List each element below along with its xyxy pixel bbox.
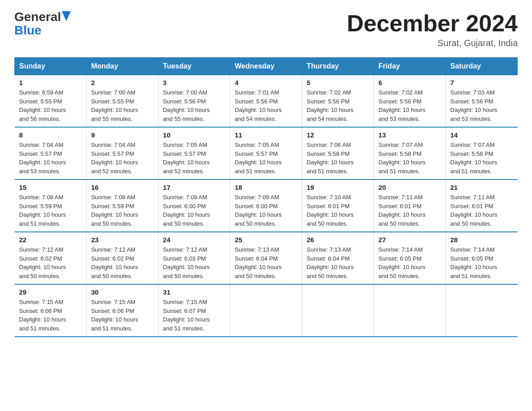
- day-cell: [374, 284, 446, 337]
- header-wednesday: Wednesday: [230, 58, 302, 75]
- day-number: 31: [163, 288, 225, 296]
- calendar-header: SundayMondayTuesdayWednesdayThursdayFrid…: [15, 58, 518, 75]
- day-cell: 31Sunrise: 7:15 AMSunset: 6:07 PMDayligh…: [158, 284, 230, 337]
- day-number: 8: [19, 131, 82, 139]
- day-cell: 11Sunrise: 7:05 AMSunset: 5:57 PMDayligh…: [230, 127, 302, 180]
- subtitle: Surat, Gujarat, India: [347, 38, 518, 48]
- day-cell: 25Sunrise: 7:13 AMSunset: 6:04 PMDayligh…: [230, 232, 302, 284]
- logo-general: General: [14, 11, 61, 23]
- day-cell: 12Sunrise: 7:06 AMSunset: 5:58 PMDayligh…: [302, 127, 373, 180]
- day-cell: 27Sunrise: 7:14 AMSunset: 6:05 PMDayligh…: [374, 232, 446, 284]
- day-info: Sunrise: 7:07 AMSunset: 5:58 PMDaylight:…: [450, 141, 513, 176]
- week-row-5: 29Sunrise: 7:15 AMSunset: 6:06 PMDayligh…: [15, 284, 518, 337]
- day-info: Sunrise: 7:10 AMSunset: 6:01 PMDaylight:…: [307, 193, 369, 228]
- day-cell: 15Sunrise: 7:08 AMSunset: 5:59 PMDayligh…: [15, 180, 86, 232]
- day-info: Sunrise: 7:13 AMSunset: 6:04 PMDaylight:…: [235, 245, 297, 280]
- header-monday: Monday: [86, 58, 158, 75]
- day-info: Sunrise: 7:02 AMSunset: 5:56 PMDaylight:…: [378, 88, 441, 123]
- week-row-1: 1Sunrise: 6:59 AMSunset: 5:55 PMDaylight…: [15, 75, 518, 128]
- logo-blue: Blue: [14, 23, 42, 38]
- day-number: 13: [378, 131, 441, 139]
- day-info: Sunrise: 7:09 AMSunset: 6:00 PMDaylight:…: [163, 193, 225, 228]
- day-info: Sunrise: 7:11 AMSunset: 6:01 PMDaylight:…: [378, 193, 441, 228]
- day-cell: 4Sunrise: 7:01 AMSunset: 5:56 PMDaylight…: [230, 75, 302, 128]
- day-info: Sunrise: 7:13 AMSunset: 6:04 PMDaylight:…: [307, 245, 369, 280]
- main-title: December 2024: [347, 11, 518, 36]
- day-info: Sunrise: 7:12 AMSunset: 6:02 PMDaylight:…: [91, 245, 153, 280]
- header-tuesday: Tuesday: [158, 58, 230, 75]
- day-cell: 1Sunrise: 6:59 AMSunset: 5:55 PMDaylight…: [15, 75, 86, 128]
- header-thursday: Thursday: [302, 58, 373, 75]
- calendar-table: SundayMondayTuesdayWednesdayThursdayFrid…: [14, 57, 518, 337]
- day-cell: 9Sunrise: 7:04 AMSunset: 5:57 PMDaylight…: [86, 127, 158, 180]
- day-number: 17: [163, 184, 225, 191]
- day-cell: 18Sunrise: 7:09 AMSunset: 6:00 PMDayligh…: [230, 180, 302, 232]
- page-header: General Blue December 2024 Surat, Gujara…: [14, 11, 518, 48]
- day-info: Sunrise: 7:11 AMSunset: 6:01 PMDaylight:…: [450, 193, 513, 228]
- day-number: 15: [19, 184, 82, 191]
- day-cell: 30Sunrise: 7:15 AMSunset: 6:06 PMDayligh…: [86, 284, 158, 337]
- day-number: 4: [235, 79, 297, 86]
- day-cell: 19Sunrise: 7:10 AMSunset: 6:01 PMDayligh…: [302, 180, 373, 232]
- day-number: 3: [163, 79, 225, 86]
- day-number: 20: [378, 184, 441, 191]
- week-row-2: 8Sunrise: 7:04 AMSunset: 5:57 PMDaylight…: [15, 127, 518, 180]
- day-cell: 13Sunrise: 7:07 AMSunset: 5:58 PMDayligh…: [374, 127, 446, 180]
- day-cell: 16Sunrise: 7:08 AMSunset: 5:59 PMDayligh…: [86, 180, 158, 232]
- day-cell: 2Sunrise: 7:00 AMSunset: 5:55 PMDaylight…: [86, 75, 158, 128]
- header-sunday: Sunday: [15, 58, 86, 75]
- day-info: Sunrise: 7:15 AMSunset: 6:07 PMDaylight:…: [163, 298, 225, 333]
- day-number: 6: [378, 79, 441, 86]
- day-cell: 28Sunrise: 7:14 AMSunset: 6:05 PMDayligh…: [446, 232, 517, 284]
- day-number: 19: [307, 184, 369, 191]
- day-info: Sunrise: 7:14 AMSunset: 6:05 PMDaylight:…: [378, 245, 441, 280]
- day-cell: 7Sunrise: 7:03 AMSunset: 5:56 PMDaylight…: [446, 75, 517, 128]
- day-info: Sunrise: 7:08 AMSunset: 5:59 PMDaylight:…: [19, 193, 82, 228]
- week-row-3: 15Sunrise: 7:08 AMSunset: 5:59 PMDayligh…: [15, 180, 518, 232]
- day-cell: 3Sunrise: 7:00 AMSunset: 5:56 PMDaylight…: [158, 75, 230, 128]
- day-number: 24: [163, 236, 225, 244]
- week-row-4: 22Sunrise: 7:12 AMSunset: 6:02 PMDayligh…: [15, 232, 518, 284]
- day-cell: 24Sunrise: 7:12 AMSunset: 6:03 PMDayligh…: [158, 232, 230, 284]
- day-number: 16: [91, 184, 153, 191]
- day-number: 11: [235, 131, 297, 139]
- day-cell: [446, 284, 517, 337]
- day-info: Sunrise: 7:05 AMSunset: 5:57 PMDaylight:…: [235, 141, 297, 176]
- day-number: 10: [163, 131, 225, 139]
- day-number: 18: [235, 184, 297, 191]
- day-number: 22: [19, 236, 82, 244]
- day-info: Sunrise: 7:09 AMSunset: 6:00 PMDaylight:…: [235, 193, 297, 228]
- logo-triangle-icon: [62, 11, 71, 21]
- day-cell: 17Sunrise: 7:09 AMSunset: 6:00 PMDayligh…: [158, 180, 230, 232]
- day-cell: 23Sunrise: 7:12 AMSunset: 6:02 PMDayligh…: [86, 232, 158, 284]
- day-cell: 5Sunrise: 7:02 AMSunset: 5:56 PMDaylight…: [302, 75, 373, 128]
- day-cell: 14Sunrise: 7:07 AMSunset: 5:58 PMDayligh…: [446, 127, 517, 180]
- day-info: Sunrise: 6:59 AMSunset: 5:55 PMDaylight:…: [19, 88, 82, 123]
- day-number: 9: [91, 131, 153, 139]
- day-info: Sunrise: 7:00 AMSunset: 5:55 PMDaylight:…: [91, 88, 153, 123]
- title-block: December 2024 Surat, Gujarat, India: [347, 11, 518, 48]
- day-number: 27: [378, 236, 441, 244]
- day-info: Sunrise: 7:15 AMSunset: 6:06 PMDaylight:…: [19, 298, 82, 333]
- day-cell: 10Sunrise: 7:05 AMSunset: 5:57 PMDayligh…: [158, 127, 230, 180]
- day-number: 30: [91, 288, 153, 296]
- day-number: 28: [450, 236, 513, 244]
- day-cell: [302, 284, 373, 337]
- day-number: 1: [19, 79, 82, 86]
- day-number: 14: [450, 131, 513, 139]
- day-info: Sunrise: 7:12 AMSunset: 6:02 PMDaylight:…: [19, 245, 82, 280]
- day-info: Sunrise: 7:14 AMSunset: 6:05 PMDaylight:…: [450, 245, 513, 280]
- header-friday: Friday: [374, 58, 446, 75]
- day-info: Sunrise: 7:04 AMSunset: 5:57 PMDaylight:…: [19, 141, 82, 176]
- day-cell: 29Sunrise: 7:15 AMSunset: 6:06 PMDayligh…: [15, 284, 86, 337]
- day-cell: 22Sunrise: 7:12 AMSunset: 6:02 PMDayligh…: [15, 232, 86, 284]
- day-cell: [230, 284, 302, 337]
- day-info: Sunrise: 7:15 AMSunset: 6:06 PMDaylight:…: [91, 298, 153, 333]
- header-row: SundayMondayTuesdayWednesdayThursdayFrid…: [15, 58, 518, 75]
- header-saturday: Saturday: [446, 58, 517, 75]
- day-number: 26: [307, 236, 369, 244]
- day-number: 25: [235, 236, 297, 244]
- day-info: Sunrise: 7:04 AMSunset: 5:57 PMDaylight:…: [91, 141, 153, 176]
- day-info: Sunrise: 7:08 AMSunset: 5:59 PMDaylight:…: [91, 193, 153, 228]
- day-info: Sunrise: 7:05 AMSunset: 5:57 PMDaylight:…: [163, 141, 225, 176]
